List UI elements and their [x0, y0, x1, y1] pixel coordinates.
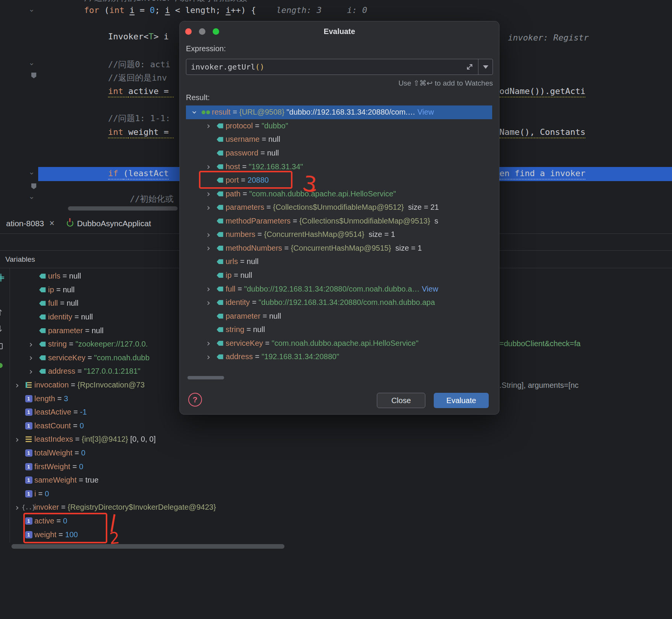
variable-row[interactable]: i = 0	[0, 487, 672, 501]
field-name: password	[226, 149, 258, 157]
variable-row[interactable]: › invoker = {RegistryDirectory$InvokerDe…	[0, 501, 672, 514]
variable-row[interactable]: totalWeight = 0	[0, 446, 672, 460]
tag-icon	[214, 352, 226, 362]
glasses-icon	[200, 107, 212, 117]
expand-chevron-icon[interactable]: ›	[203, 189, 214, 199]
run-tab-application-8083[interactable]: ation-8083 ×	[0, 213, 61, 233]
expand-chevron-icon[interactable]: ›	[203, 203, 214, 212]
result-row[interactable]: › numbers = {ConcurrentHashMap@9514} siz…	[186, 228, 492, 241]
variable-row[interactable]: active = 0	[0, 514, 672, 528]
result-row[interactable]: › result = {URL@9508} "dubbo://192.168.3…	[186, 105, 492, 119]
variable-row[interactable]: leastCount = 0	[0, 419, 672, 433]
variable-name: leastActive	[34, 408, 71, 416]
expand-chevron-icon[interactable]: ›	[25, 366, 37, 376]
expand-chevron-icon[interactable]: ›	[203, 230, 214, 240]
variable-row[interactable]: › leastIndexs = {int[3]@9412} [0, 0, 0]	[0, 433, 672, 446]
variable-name: ip	[48, 285, 54, 294]
expand-chevron-icon[interactable]: ›	[203, 243, 214, 253]
expand-chevron-icon[interactable]: ›	[203, 121, 214, 131]
variables-hscrollbar[interactable]	[11, 544, 284, 549]
variable-row[interactable]: weight = 100	[0, 528, 672, 541]
fold-marker-icon[interactable]: ›	[27, 9, 37, 12]
variable-value: = true	[77, 476, 99, 485]
inline-hint-invoker: invoker: Registr	[508, 32, 589, 44]
result-row[interactable]: port = 20880	[186, 173, 492, 187]
run-tab-dubbo-async-application[interactable]: DubboAsyncApplicat	[61, 213, 157, 233]
result-row[interactable]: methodParameters = {Collections$Unmodifi…	[186, 214, 492, 228]
result-row[interactable]: › methodNumbers = {ConcurrentHashMap@951…	[186, 241, 492, 255]
result-row[interactable]: parameter = null	[186, 309, 492, 323]
expand-chevron-icon[interactable]: ›	[203, 338, 214, 348]
tag-icon	[214, 216, 226, 226]
expression-input[interactable]: invoker.getUrl()	[186, 59, 493, 75]
fold-marker-icon[interactable]: ›	[27, 172, 37, 175]
variable-name: leastIndexs	[34, 435, 73, 444]
result-row[interactable]: password = null	[186, 146, 492, 160]
variable-row[interactable]: sameWeight = true	[0, 473, 672, 487]
result-row[interactable]: › identity = "dubbo://192.168.31.34:2088…	[186, 296, 492, 310]
expand-chevron-icon[interactable]: ›	[203, 284, 214, 294]
field-name: result	[212, 108, 231, 117]
expand-chevron-icon[interactable]: ›	[25, 353, 37, 363]
close-button[interactable]: Close	[377, 393, 425, 408]
variable-value: = 0	[71, 421, 84, 430]
variable-value: = null	[72, 313, 93, 321]
result-row[interactable]: urls = null	[186, 255, 492, 269]
running-process-icon	[67, 220, 73, 227]
close-window-icon[interactable]	[185, 28, 192, 35]
result-row[interactable]: › host = "192.168.31.34"	[186, 160, 492, 173]
variable-name: active	[34, 517, 54, 525]
tag-icon	[214, 189, 226, 199]
dialog-titlebar[interactable]: Evaluate	[180, 21, 499, 41]
result-row[interactable]: › path = "com.noah.dubbo.apache.api.Hell…	[186, 187, 492, 201]
result-row[interactable]: › parameters = {Collections$Unmodifiable…	[186, 201, 492, 214]
fold-marker-icon[interactable]: ›	[27, 196, 37, 199]
fold-marker-icon[interactable]: ›	[27, 63, 37, 66]
copy-value-icon[interactable]	[0, 343, 3, 349]
minimize-window-icon[interactable]	[199, 28, 205, 35]
result-row[interactable]: › serviceKey = "com.noah.dubbo.apache.ap…	[186, 337, 492, 350]
bookmark-marker-icon[interactable]	[31, 73, 36, 78]
result-hscrollbar[interactable]	[187, 376, 224, 379]
add-watch-icon[interactable]: +	[0, 272, 5, 284]
result-row[interactable]: username = null	[186, 133, 492, 146]
field-name: numbers	[226, 230, 255, 239]
result-row[interactable]: › full = "dubbo://192.168.31.34:20880/co…	[186, 282, 492, 296]
expand-chevron-icon[interactable]: ›	[203, 298, 214, 308]
editor-hscrollbar[interactable]	[68, 206, 178, 211]
toolbar-down-icon[interactable]: ↓	[0, 324, 3, 334]
help-button[interactable]: ?	[188, 393, 202, 407]
field-name: parameters	[226, 203, 264, 212]
result-row[interactable]: › address = "192.168.31.34:20880"	[186, 350, 492, 364]
variable-value: = null	[60, 272, 81, 280]
bookmark-marker-icon[interactable]	[31, 183, 36, 189]
code-line-if: if (leastAct	[108, 168, 169, 179]
expand-chevron-icon[interactable]: ›	[203, 352, 214, 362]
field-value: = {Collections$UnmodifiableMap@9512} siz…	[264, 203, 439, 212]
result-row[interactable]: ip = null	[186, 269, 492, 282]
result-row[interactable]: › protocol = "dubbo"	[186, 119, 492, 133]
close-tab-icon[interactable]: ×	[49, 218, 54, 228]
zoom-window-icon[interactable]	[213, 28, 219, 35]
expand-chevron-icon[interactable]: ›	[190, 107, 200, 118]
evaluate-button[interactable]: Evaluate	[434, 393, 489, 408]
tag-icon	[37, 298, 48, 308]
result-row[interactable]: string = null	[186, 323, 492, 337]
expand-chevron-icon[interactable]: ›	[203, 162, 214, 172]
variable-row[interactable]: firstWeight = 0	[0, 460, 672, 473]
toolbar-up-icon[interactable]: ↑	[0, 308, 3, 318]
expand-chevron-icon[interactable]: ›	[25, 339, 37, 349]
expression-history-dropdown[interactable]	[478, 59, 493, 75]
expand-chevron-icon[interactable]: ›	[11, 380, 23, 390]
variable-name: full	[48, 299, 58, 308]
variable-name: address	[48, 367, 75, 376]
code-line-invoker: Invoker<T> i	[108, 31, 169, 42]
variable-value: = 100	[57, 530, 78, 539]
field-value: = {URL@9508} "dubbo://192.168.31.34:2088…	[231, 108, 434, 117]
tag-icon	[214, 162, 226, 172]
expand-expression-icon[interactable]	[461, 63, 478, 71]
expand-chevron-icon[interactable]: ›	[11, 502, 23, 512]
field-name: address	[226, 352, 253, 361]
expand-chevron-icon[interactable]: ›	[11, 434, 23, 444]
run-tab-label: DubboAsyncApplicat	[77, 219, 151, 228]
